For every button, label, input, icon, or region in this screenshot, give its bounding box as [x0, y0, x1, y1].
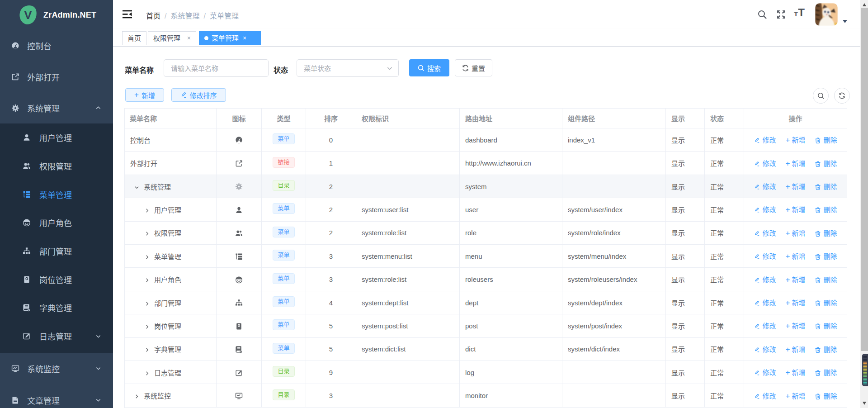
- svg-text:V: V: [24, 8, 32, 22]
